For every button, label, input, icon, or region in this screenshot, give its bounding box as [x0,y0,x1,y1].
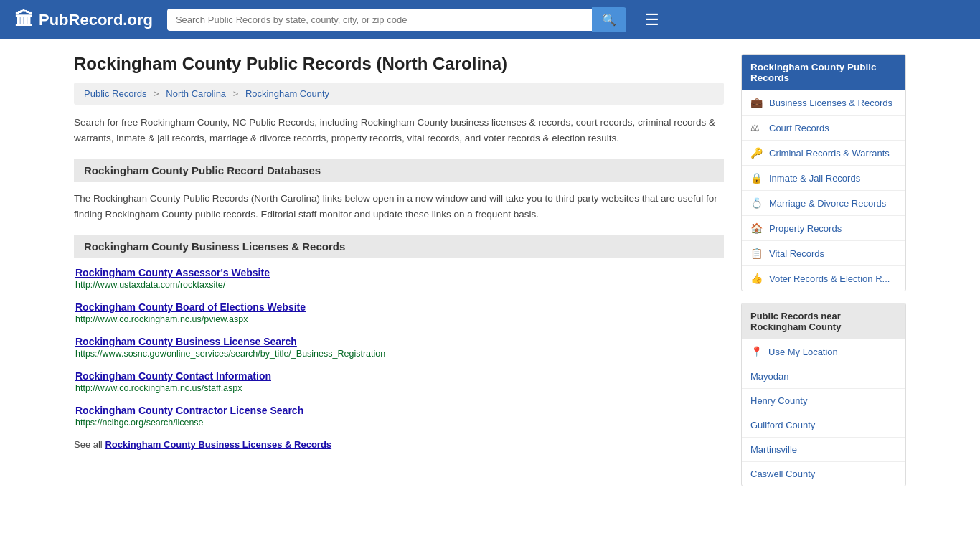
breadcrumb-rockingham-county[interactable]: Rockingham County [245,88,329,99]
logo-text: PubRecord.org [39,11,153,29]
sidebar-records-box: Rockingham County Public Records 💼 Busin… [741,54,906,291]
ring-icon: 💍 [750,197,763,209]
sidebar-label-business: Business Licenses & Records [769,98,892,108]
breadcrumb-public-records[interactable]: Public Records [84,88,146,99]
record-entry-3: Rockingham County Contact Information ht… [74,370,724,393]
see-all-link[interactable]: Rockingham County Business Licenses & Re… [105,439,331,450]
main-content: Rockingham County Public Records (North … [74,54,724,498]
sidebar-label-court: Court Records [769,123,829,133]
site-header: 🏛 PubRecord.org 🔍 ☰ [0,0,980,39]
sidebar-item-inmate[interactable]: 🔒 Inmate & Jail Records [742,166,905,191]
search-icon: 🔍 [602,14,616,26]
sidebar-item-criminal[interactable]: 🔑 Criminal Records & Warrants [742,141,905,166]
sidebar-label-voter: Voter Records & Election R... [769,273,890,284]
home-icon: 🏠 [750,222,763,234]
sidebar-label-vital: Vital Records [769,248,824,259]
page-title: Rockingham County Public Records (North … [74,54,724,74]
sidebar-nearby-title: Public Records near Rockingham County [742,303,905,339]
sidebar-nearby-guilford[interactable]: Guilford County [742,413,905,438]
sidebar-nearby-mayodan-label: Mayodan [750,371,788,382]
sidebar-label-criminal: Criminal Records & Warrants [769,148,890,159]
sidebar-label-marriage: Marriage & Divorce Records [769,198,886,209]
sidebar-box-title: Rockingham County Public Records [742,55,905,90]
record-url-2: https://www.sosnc.gov/online_services/se… [75,349,724,359]
clipboard-icon: 📋 [750,248,763,259]
search-button[interactable]: 🔍 [592,7,626,32]
briefcase-icon: 💼 [750,97,763,108]
sidebar-label-inmate: Inmate & Jail Records [769,173,860,184]
business-section-header: Rockingham County Business Licenses & Re… [74,235,724,258]
record-url-0: http://www.ustaxdata.com/rocktaxsite/ [75,280,724,290]
record-url-1: http://www.co.rockingham.nc.us/pview.asp… [75,314,724,324]
sidebar-nearby-use-location: Use My Location [768,347,838,357]
page-description: Search for free Rockingham County, NC Pu… [74,115,724,146]
site-logo[interactable]: 🏛 PubRecord.org [14,9,153,31]
breadcrumb-sep-2: > [233,88,241,99]
record-entry-1: Rockingham County Board of Elections Web… [74,301,724,324]
record-link-1[interactable]: Rockingham County Board of Elections Web… [75,301,724,313]
scales-icon: ⚖ [750,122,763,133]
record-url-4: https://nclbgc.org/search/license [75,418,724,428]
see-all-section: See all Rockingham County Business Licen… [74,439,724,450]
sidebar-item-business[interactable]: 💼 Business Licenses & Records [742,90,905,116]
sidebar-nearby-caswell-label: Caswell County [750,468,815,479]
record-link-2[interactable]: Rockingham County Business License Searc… [75,336,724,347]
databases-section-header: Rockingham County Public Record Database… [74,159,724,182]
key-icon: 🔑 [750,147,763,159]
sidebar-nearby-mayodan[interactable]: Mayodan [742,364,905,389]
record-entry-0: Rockingham County Assessor's Website htt… [74,267,724,290]
sidebar-item-vital[interactable]: 📋 Vital Records [742,241,905,266]
sidebar-nearby-henry[interactable]: Henry County [742,389,905,413]
sidebar-nearby-location[interactable]: 📍 Use My Location [742,339,905,364]
record-list: Rockingham County Assessor's Website htt… [74,267,724,428]
breadcrumb-sep-1: > [154,88,161,99]
sidebar-nearby-caswell[interactable]: Caswell County [742,462,905,486]
sidebar: Rockingham County Public Records 💼 Busin… [741,54,906,498]
logo-icon: 🏛 [14,9,33,31]
sidebar-nearby-martinsville-label: Martinsville [750,444,797,455]
record-entry-4: Rockingham County Contractor License Sea… [74,405,724,428]
sidebar-nearby-box: Public Records near Rockingham County 📍 … [741,303,906,486]
thumbsup-icon: 👍 [750,273,763,284]
record-url-3: http://www.co.rockingham.nc.us/staff.asp… [75,383,724,393]
page-container: Rockingham County Public Records (North … [60,39,920,512]
breadcrumb-north-carolina[interactable]: North Carolina [166,88,226,99]
sidebar-item-court[interactable]: ⚖ Court Records [742,116,905,141]
record-entry-2: Rockingham County Business License Searc… [74,336,724,359]
sidebar-item-property[interactable]: 🏠 Property Records [742,216,905,241]
record-link-0[interactable]: Rockingham County Assessor's Website [75,267,724,278]
sidebar-nearby-martinsville[interactable]: Martinsville [742,438,905,462]
menu-button[interactable]: ☰ [645,11,659,29]
lock-icon: 🔒 [750,172,763,184]
databases-description: The Rockingham County Public Records (No… [74,191,724,222]
search-input[interactable] [167,9,592,31]
sidebar-nearby-guilford-label: Guilford County [750,420,815,430]
search-bar: 🔍 [167,7,626,32]
sidebar-item-voter[interactable]: 👍 Voter Records & Election R... [742,266,905,291]
sidebar-item-marriage[interactable]: 💍 Marriage & Divorce Records [742,191,905,216]
menu-icon: ☰ [645,11,659,29]
record-link-4[interactable]: Rockingham County Contractor License Sea… [75,405,724,416]
sidebar-nearby-henry-label: Henry County [750,395,807,406]
record-link-3[interactable]: Rockingham County Contact Information [75,370,724,382]
breadcrumb: Public Records > North Carolina > Rockin… [74,83,724,105]
see-all-prefix: See all [74,439,105,450]
sidebar-label-property: Property Records [769,223,842,234]
pin-icon: 📍 [750,346,763,357]
